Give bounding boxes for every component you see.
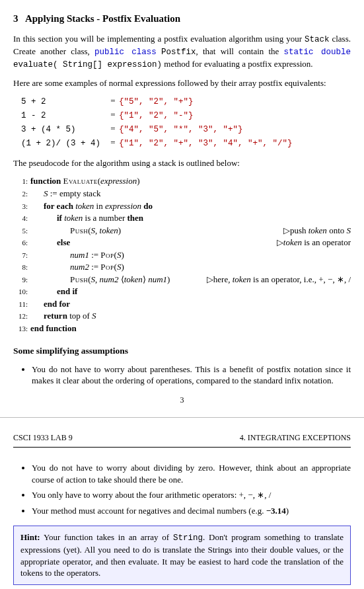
keyword-static-double: static double bbox=[284, 48, 351, 57]
keyword-public-class: public class bbox=[94, 48, 157, 57]
example-lhs: 3 + (4 * 5) bbox=[13, 124, 107, 136]
hint-label: Hint: bbox=[20, 532, 40, 542]
code-evaluate-sig: evaluate( String[] expression) bbox=[13, 60, 162, 69]
algo-stmt: Push(S, token) bbox=[30, 225, 283, 237]
algo-stmt: Push(S, num2 ⟨token⟩ num1) bbox=[30, 274, 207, 286]
section-title-text: Applying Stacks - Postfix Evaluation bbox=[25, 13, 180, 24]
list-item: You do not have to worry about dividing … bbox=[32, 462, 351, 485]
algo-stmt: end if bbox=[30, 286, 351, 297]
list-item: You do not have to worry about parenthes… bbox=[32, 364, 351, 387]
algo-stmt: return top of S bbox=[30, 310, 351, 322]
examples-block: 5 + 2 = {"5", "2", "+"} 1 - 2 = {"1", "2… bbox=[13, 95, 351, 149]
header-rule bbox=[13, 447, 351, 448]
equals-sign: = bbox=[107, 109, 119, 121]
equals-sign: = bbox=[107, 137, 119, 149]
example-row: (1 + 2)/ (3 + 4) = {"1", "2", "+", "3", … bbox=[13, 137, 351, 149]
hint-box: Hint: Your function takes in an array of… bbox=[13, 526, 351, 585]
line-number: 9: bbox=[13, 275, 30, 285]
page-number: 3 bbox=[13, 395, 351, 405]
example-row: 5 + 2 = {"5", "2", "+"} bbox=[13, 95, 351, 108]
equals-sign: = bbox=[107, 123, 119, 135]
algo-comment: token is an operator bbox=[277, 237, 351, 249]
algo-stmt: num2 := Pop(S) bbox=[30, 261, 351, 273]
example-lhs: (1 + 2)/ (3 + 4) bbox=[13, 138, 107, 149]
example-row: 3 + (4 * 5) = {"4", "5", "*", "3", "+"} bbox=[13, 123, 351, 136]
page-break bbox=[0, 417, 364, 418]
example-lhs: 5 + 2 bbox=[13, 97, 107, 108]
algo-comment: push token onto S bbox=[283, 225, 351, 237]
line-number: 4: bbox=[13, 214, 30, 223]
example-rhs: {"5", "2", "+"} bbox=[119, 97, 194, 108]
running-header: CSCI 1933 LAB 9 4. INTEGRATING EXCEPTION… bbox=[13, 432, 351, 443]
section-heading: 3 Applying Stacks - Postfix Evaluation bbox=[13, 12, 351, 25]
algo-stmt: end function bbox=[30, 323, 351, 334]
example-rhs: {"1", "2", "+", "3", "4", "+", "/"} bbox=[119, 138, 293, 149]
line-number: 2: bbox=[13, 189, 30, 199]
algo-stmt: num1 := Pop(S) bbox=[30, 249, 351, 261]
line-number: 13: bbox=[13, 324, 30, 334]
assumptions-list: You do not have to worry about parenthes… bbox=[13, 364, 351, 387]
line-number: 8: bbox=[13, 262, 30, 272]
line-number: 6: bbox=[13, 238, 30, 248]
line-number: 1: bbox=[13, 177, 30, 186]
intro-paragraph-2: Here are some examples of normal express… bbox=[13, 77, 351, 89]
algo-stmt: else bbox=[30, 237, 277, 249]
code-stack: Stack bbox=[305, 35, 330, 44]
line-number: 10: bbox=[13, 287, 30, 297]
list-item: Your method must account for negatives a… bbox=[32, 505, 351, 517]
assumptions-list-continued: You do not have to worry about dividing … bbox=[13, 462, 351, 516]
line-number: 5: bbox=[13, 226, 30, 236]
code-string: String bbox=[173, 533, 203, 543]
example-rhs: {"1", "2", "-"} bbox=[119, 110, 194, 122]
line-number: 11: bbox=[13, 299, 30, 309]
code-postfix: Postfix bbox=[161, 48, 196, 57]
example-rhs: {"4", "5", "*", "3", "+"} bbox=[119, 124, 243, 136]
pseudo-lead: The pseudocode for the algorithm using a… bbox=[13, 157, 351, 169]
runhead-left: CSCI 1933 LAB 9 bbox=[13, 432, 73, 443]
algo-stmt: function Evaluate(expression) bbox=[30, 175, 351, 187]
line-number: 3: bbox=[13, 202, 30, 212]
runhead-right: 4. INTEGRATING EXCEPTIONS bbox=[240, 432, 351, 443]
list-item: You only have to worry about the four ar… bbox=[32, 489, 351, 501]
algo-stmt: end for bbox=[30, 298, 351, 310]
line-number: 7: bbox=[13, 251, 30, 260]
assumptions-heading: Some simplifying assumptions bbox=[13, 345, 351, 357]
algo-stmt: for each token in expression do bbox=[30, 200, 351, 212]
algo-stmt: if token is a number then bbox=[30, 212, 351, 224]
algo-comment: here, token is an operator, i.e., +, −, … bbox=[207, 274, 351, 286]
line-number: 12: bbox=[13, 311, 30, 321]
example-row: 1 - 2 = {"1", "2", "-"} bbox=[13, 109, 351, 122]
section-number: 3 bbox=[13, 13, 18, 24]
algo-stmt: S := empty stack bbox=[30, 188, 351, 200]
equals-sign: = bbox=[107, 95, 119, 107]
example-lhs: 1 - 2 bbox=[13, 110, 107, 122]
algorithm-block: 1: function Evaluate(expression) 2: S :=… bbox=[13, 175, 351, 334]
intro-paragraph-1: In this section you will be implementing… bbox=[13, 33, 351, 71]
